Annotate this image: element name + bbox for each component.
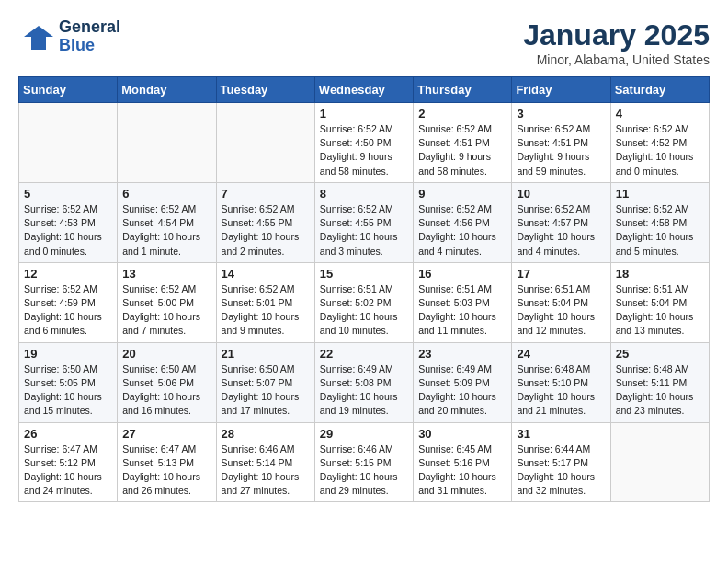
day-content: Sunrise: 6:49 AMSunset: 5:08 PMDaylight:…: [320, 362, 408, 419]
calendar-cell: 5Sunrise: 6:52 AMSunset: 4:53 PMDaylight…: [19, 182, 118, 262]
day-number: 19: [24, 347, 112, 361]
day-number: 11: [616, 187, 704, 201]
day-content: Sunrise: 6:52 AMSunset: 4:57 PMDaylight:…: [517, 202, 605, 259]
calendar-cell: 8Sunrise: 6:52 AMSunset: 4:55 PMDaylight…: [314, 182, 413, 262]
day-number: 15: [320, 267, 408, 281]
day-content: Sunrise: 6:51 AMSunset: 5:02 PMDaylight:…: [320, 282, 408, 339]
calendar-week-row: 19Sunrise: 6:50 AMSunset: 5:05 PMDayligh…: [19, 342, 710, 422]
calendar-cell: 12Sunrise: 6:52 AMSunset: 4:59 PMDayligh…: [19, 262, 118, 342]
calendar-cell: 24Sunrise: 6:48 AMSunset: 5:10 PMDayligh…: [512, 342, 610, 422]
day-content: Sunrise: 6:51 AMSunset: 5:04 PMDaylight:…: [616, 282, 704, 339]
svg-marker-0: [24, 26, 53, 50]
month-title: January 2025: [523, 18, 710, 52]
calendar-cell: 4Sunrise: 6:52 AMSunset: 4:52 PMDaylight…: [610, 103, 709, 183]
day-number: 14: [222, 267, 310, 281]
weekday-header: Friday: [512, 77, 610, 103]
calendar-cell: 2Sunrise: 6:52 AMSunset: 4:51 PMDaylight…: [414, 103, 512, 183]
day-content: Sunrise: 6:45 AMSunset: 5:16 PMDaylight:…: [418, 442, 506, 499]
calendar-table: SundayMondayTuesdayWednesdayThursdayFrid…: [18, 76, 710, 502]
calendar-cell: [118, 103, 216, 183]
calendar-cell: [216, 103, 314, 183]
day-content: Sunrise: 6:47 AMSunset: 5:12 PMDaylight:…: [24, 442, 112, 499]
calendar-cell: 10Sunrise: 6:52 AMSunset: 4:57 PMDayligh…: [512, 182, 610, 262]
day-content: Sunrise: 6:44 AMSunset: 5:17 PMDaylight:…: [517, 442, 605, 499]
logo-icon: [18, 18, 55, 55]
day-number: 12: [24, 267, 112, 281]
calendar-cell: 23Sunrise: 6:49 AMSunset: 5:09 PMDayligh…: [414, 342, 512, 422]
day-number: 2: [418, 107, 506, 121]
weekday-header: Thursday: [414, 77, 512, 103]
calendar-week-row: 26Sunrise: 6:47 AMSunset: 5:12 PMDayligh…: [19, 422, 710, 502]
calendar-cell: 7Sunrise: 6:52 AMSunset: 4:55 PMDaylight…: [216, 182, 314, 262]
day-content: Sunrise: 6:52 AMSunset: 5:01 PMDaylight:…: [222, 282, 310, 339]
day-content: Sunrise: 6:52 AMSunset: 4:58 PMDaylight:…: [616, 202, 704, 259]
day-number: 16: [418, 267, 506, 281]
logo: General Blue: [18, 18, 120, 55]
calendar-cell: 13Sunrise: 6:52 AMSunset: 5:00 PMDayligh…: [118, 262, 216, 342]
day-number: 1: [320, 107, 408, 121]
day-content: Sunrise: 6:52 AMSunset: 5:00 PMDaylight:…: [122, 282, 210, 339]
weekday-header: Wednesday: [314, 77, 413, 103]
title-block: January 2025 Minor, Alabama, United Stat…: [523, 18, 710, 67]
day-content: Sunrise: 6:52 AMSunset: 4:55 PMDaylight:…: [222, 202, 310, 259]
calendar-cell: 27Sunrise: 6:47 AMSunset: 5:13 PMDayligh…: [118, 422, 216, 502]
weekday-header: Monday: [118, 77, 216, 103]
day-content: Sunrise: 6:52 AMSunset: 4:53 PMDaylight:…: [24, 202, 112, 259]
day-number: 6: [122, 187, 210, 201]
calendar-cell: 11Sunrise: 6:52 AMSunset: 4:58 PMDayligh…: [610, 182, 709, 262]
day-number: 31: [517, 427, 605, 441]
calendar-cell: 18Sunrise: 6:51 AMSunset: 5:04 PMDayligh…: [610, 262, 709, 342]
day-content: Sunrise: 6:52 AMSunset: 4:52 PMDaylight:…: [616, 122, 704, 178]
page-header: General Blue January 2025 Minor, Alabama…: [18, 18, 710, 67]
day-content: Sunrise: 6:51 AMSunset: 5:04 PMDaylight:…: [517, 282, 605, 339]
logo-blue: Blue: [59, 37, 120, 55]
calendar-cell: 26Sunrise: 6:47 AMSunset: 5:12 PMDayligh…: [19, 422, 118, 502]
day-number: 5: [24, 187, 112, 201]
day-number: 20: [122, 347, 210, 361]
weekday-header: Tuesday: [216, 77, 314, 103]
day-content: Sunrise: 6:52 AMSunset: 4:56 PMDaylight:…: [418, 202, 506, 259]
calendar-cell: 14Sunrise: 6:52 AMSunset: 5:01 PMDayligh…: [216, 262, 314, 342]
weekday-header: Sunday: [19, 77, 118, 103]
calendar-cell: 30Sunrise: 6:45 AMSunset: 5:16 PMDayligh…: [414, 422, 512, 502]
day-number: 7: [222, 187, 310, 201]
calendar-cell: 9Sunrise: 6:52 AMSunset: 4:56 PMDaylight…: [414, 182, 512, 262]
calendar-week-row: 5Sunrise: 6:52 AMSunset: 4:53 PMDaylight…: [19, 182, 710, 262]
calendar-cell: [19, 103, 118, 183]
day-number: 30: [418, 427, 506, 441]
day-number: 21: [222, 347, 310, 361]
calendar-cell: 17Sunrise: 6:51 AMSunset: 5:04 PMDayligh…: [512, 262, 610, 342]
day-content: Sunrise: 6:52 AMSunset: 4:51 PMDaylight:…: [418, 122, 506, 178]
day-number: 26: [24, 427, 112, 441]
day-content: Sunrise: 6:48 AMSunset: 5:10 PMDaylight:…: [517, 362, 605, 419]
location-label: Minor, Alabama, United States: [523, 52, 710, 67]
logo-text: General Blue: [59, 18, 120, 55]
day-content: Sunrise: 6:50 AMSunset: 5:06 PMDaylight:…: [122, 362, 210, 419]
calendar-cell: 21Sunrise: 6:50 AMSunset: 5:07 PMDayligh…: [216, 342, 314, 422]
calendar-cell: 20Sunrise: 6:50 AMSunset: 5:06 PMDayligh…: [118, 342, 216, 422]
day-content: Sunrise: 6:52 AMSunset: 4:55 PMDaylight:…: [320, 202, 408, 259]
day-content: Sunrise: 6:52 AMSunset: 4:59 PMDaylight:…: [24, 282, 112, 339]
day-content: Sunrise: 6:47 AMSunset: 5:13 PMDaylight:…: [122, 442, 210, 499]
calendar-cell: 19Sunrise: 6:50 AMSunset: 5:05 PMDayligh…: [19, 342, 118, 422]
weekday-header: Saturday: [610, 77, 709, 103]
day-number: 24: [517, 347, 605, 361]
calendar-cell: [610, 422, 709, 502]
calendar-cell: 31Sunrise: 6:44 AMSunset: 5:17 PMDayligh…: [512, 422, 610, 502]
calendar-week-row: 1Sunrise: 6:52 AMSunset: 4:50 PMDaylight…: [19, 103, 710, 183]
calendar-cell: 6Sunrise: 6:52 AMSunset: 4:54 PMDaylight…: [118, 182, 216, 262]
day-content: Sunrise: 6:50 AMSunset: 5:05 PMDaylight:…: [24, 362, 112, 419]
day-content: Sunrise: 6:48 AMSunset: 5:11 PMDaylight:…: [616, 362, 704, 419]
calendar-cell: 1Sunrise: 6:52 AMSunset: 4:50 PMDaylight…: [314, 103, 413, 183]
day-content: Sunrise: 6:52 AMSunset: 4:51 PMDaylight:…: [517, 122, 605, 178]
logo-general: General: [59, 18, 120, 37]
calendar-week-row: 12Sunrise: 6:52 AMSunset: 4:59 PMDayligh…: [19, 262, 710, 342]
day-number: 22: [320, 347, 408, 361]
day-number: 27: [122, 427, 210, 441]
day-content: Sunrise: 6:52 AMSunset: 4:54 PMDaylight:…: [122, 202, 210, 259]
day-number: 3: [517, 107, 605, 121]
day-number: 25: [616, 347, 704, 361]
calendar-cell: 25Sunrise: 6:48 AMSunset: 5:11 PMDayligh…: [610, 342, 709, 422]
calendar-cell: 22Sunrise: 6:49 AMSunset: 5:08 PMDayligh…: [314, 342, 413, 422]
day-number: 18: [616, 267, 704, 281]
